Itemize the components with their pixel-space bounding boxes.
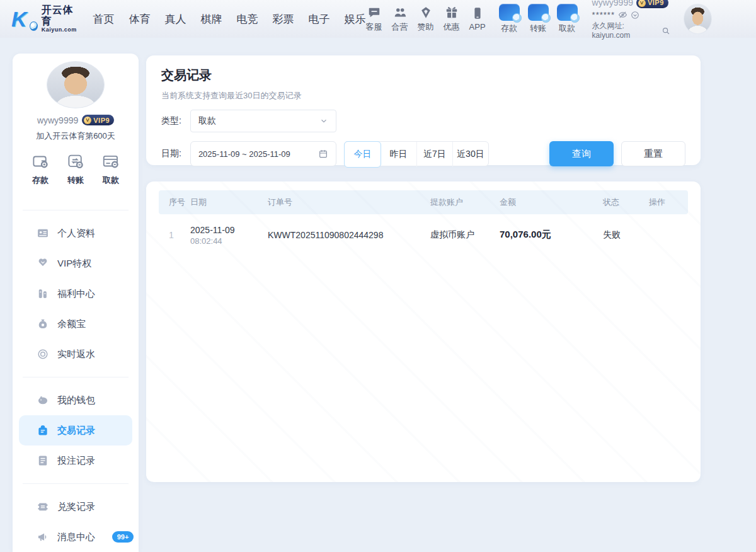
sidebar-item-transactions[interactable]: 交易记录 [19,415,132,446]
vip-diamond-icon [37,257,49,270]
range-7days-button[interactable]: 近7日 [416,142,452,167]
sidebar-withdraw-action[interactable]: 取款 [93,152,129,186]
search-button[interactable]: 查询 [549,141,614,166]
divider [23,483,129,484]
nav-esports[interactable]: 电竞 [237,12,258,26]
sidebar-transfer-action[interactable]: 转账 [58,152,93,186]
join-days-text: 加入开云体育第600天 [36,130,115,142]
col-header-amount: 金额 [500,197,603,208]
sidebar-item-profile[interactable]: 个人资料 [13,218,139,248]
megaphone-icon [37,531,49,543]
app-download-link[interactable]: APP [469,6,486,32]
row-amount: 70,076.00元 [500,229,603,241]
chevron-down-icon [319,117,328,125]
sidebar-item-label: 投注记录 [57,455,95,467]
eye-off-icon[interactable] [618,10,627,20]
app-label: APP [469,22,486,32]
col-header-status: 状态 [603,197,649,208]
sidebar-item-label: 余额宝 [57,318,86,330]
sidebar-item-welfare[interactable]: 福利中心 [13,279,139,309]
brand-domain: Kaiyun.com [42,27,78,33]
sponsor-icon [419,6,433,20]
nav-lottery[interactable]: 彩票 [273,12,294,26]
profile-sidebar: wywy9999 V VIP9 加入开云体育第600天 存款 转账 取款 [13,54,139,552]
date-range-input[interactable]: 2025-11-09 ~ 2025-11-09 [190,141,336,166]
sponsor-link[interactable]: 赞助 [418,6,434,33]
bank-card-icon [101,152,120,171]
sidebar-transfer-label: 转账 [67,175,84,186]
gift-icon [445,6,459,20]
deposit-shortcut[interactable]: 存款 [499,4,520,34]
promotions-label: 优惠 [444,21,460,33]
nav-live[interactable]: 真人 [165,12,186,26]
sidebar-item-label: 个人资料 [57,227,95,239]
bet-record-icon [37,454,49,467]
customer-service-link[interactable]: 客服 [366,6,382,33]
customer-service-label: 客服 [366,21,382,33]
profile-username: wywy9999 [37,115,78,125]
promotions-link[interactable]: 优惠 [444,6,460,33]
transfer-card-icon [528,4,549,21]
type-label: 类型: [161,115,181,127]
transfer-shortcut[interactable]: 转账 [528,4,549,34]
type-select-value: 取款 [198,115,216,127]
chevron-circle-icon[interactable] [631,11,639,20]
sidebar-item-messages[interactable]: 消息中心 99+ [13,522,139,552]
range-yesterday-button[interactable]: 昨日 [381,142,416,167]
sidebar-item-label: 福利中心 [57,288,95,300]
sidebar-item-yuebao[interactable]: 余额宝 [13,309,139,339]
reset-button[interactable]: 重置 [621,141,685,166]
username-text: wywy9999 [592,0,633,9]
sidebar-item-wallet[interactable]: 我的钱包 [13,385,139,415]
nav-slots[interactable]: 电子 [309,12,330,26]
row-index: 1 [159,230,190,240]
sidebar-withdraw-label: 取款 [103,175,119,186]
withdraw-shortcut[interactable]: 取款 [557,4,578,34]
sidebar-item-label: 消息中心 [57,531,95,543]
nav-boardgames[interactable]: 棋牌 [201,12,222,26]
partners-label: 合营 [392,21,408,33]
sidebar-item-label: 兑奖记录 [57,501,95,513]
soccer-ball-icon [30,21,38,31]
col-header-date: 日期 [190,197,268,208]
welfare-gift-icon [37,287,49,300]
partners-link[interactable]: 合营 [392,6,408,33]
transfer-arrows-icon [66,152,85,171]
sidebar-deposit-action[interactable]: 存款 [23,152,58,186]
unread-count-badge: 99+ [112,531,134,543]
transfer-label: 转账 [530,23,546,34]
nav-entertainment[interactable]: 娱乐 [345,12,366,26]
sidebar-item-label: 我的钱包 [57,394,95,406]
sidebar-item-vip[interactable]: VIP特权 [13,248,139,279]
wallet-shortcuts: 存款 转账 取款 [499,4,578,34]
phone-icon [471,6,484,20]
range-30days-button[interactable]: 近30日 [452,142,488,167]
sidebar-quick-actions: 存款 转账 取款 [13,152,139,186]
row-datetime: 2025-11-09 08:02:44 [190,224,268,246]
user-avatar[interactable] [684,4,712,34]
nav-home[interactable]: 首页 [93,12,115,26]
nav-sports[interactable]: 体育 [129,12,151,26]
profile-avatar[interactable] [47,61,105,108]
table-header: 序号 日期 订单号 提款账户 金额 状态 操作 [159,190,688,214]
brand-logo[interactable]: K 开云体育 Kaiyun.com [11,4,78,33]
page-subtitle: 当前系统支持查询最近30日的交易记录 [161,90,685,101]
transaction-filter-card: 交易记录 当前系统支持查询最近30日的交易记录 类型: 取款 日期: 2025-… [146,55,701,165]
col-header-action: 操作 [649,197,688,208]
divider [23,210,129,210]
magnifier-icon[interactable] [662,26,670,35]
header-right: 客服 合营 赞助 优惠 APP [366,0,712,40]
permanent-url: 永久网址: kaiyun.com [592,21,659,40]
money-bag-icon [37,318,49,330]
sidebar-item-bets[interactable]: 投注记录 [13,446,139,476]
chat-icon [367,6,381,20]
vip-badge: V VIP9 [636,0,668,8]
withdraw-card-icon [557,4,578,21]
sidebar-item-rebate[interactable]: 实时返水 [13,339,139,369]
sidebar-item-prizes[interactable]: 兑奖记录 [13,492,139,522]
profile-vip-badge: V VIP9 [82,115,114,125]
range-today-button[interactable]: 今日 [344,141,381,168]
type-select[interactable]: 取款 [190,110,336,132]
main-nav: 首页 体育 真人 棋牌 电竞 彩票 电子 娱乐 [93,12,366,26]
wallet-icon [31,152,50,171]
